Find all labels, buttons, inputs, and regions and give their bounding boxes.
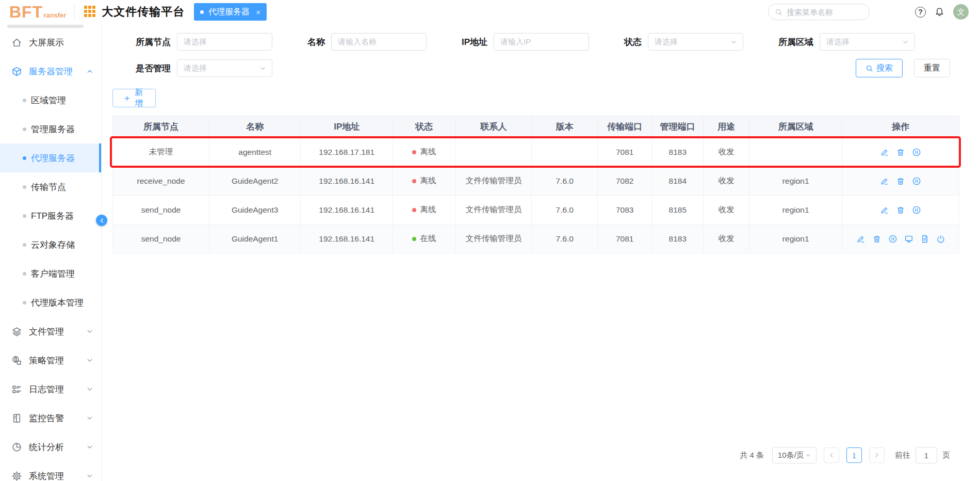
delete-icon[interactable] bbox=[896, 148, 905, 157]
reset-button-label: 重置 bbox=[924, 63, 940, 74]
filter-input[interactable]: 请输入名称 bbox=[331, 33, 427, 51]
table-row-3[interactable]: send_nodeGuideAgent1192.168.16.141在线文件传输… bbox=[113, 225, 959, 253]
pause-icon[interactable] bbox=[888, 234, 897, 244]
sidebar-item-label: 系统管理 bbox=[29, 470, 86, 481]
filter-select[interactable]: 请选择 bbox=[820, 33, 915, 51]
help-icon[interactable]: ? bbox=[915, 7, 926, 18]
sidebar-item-15[interactable]: 系统管理 bbox=[0, 461, 101, 481]
sidebar-collapse-button[interactable] bbox=[96, 215, 107, 226]
main-content: 所属节点请选择名称请输入名称IP地址请输入IP状态请选择所属区域请选择 是否管理… bbox=[102, 24, 980, 481]
sidebar-item-1[interactable]: 服务器管理 bbox=[0, 57, 101, 86]
logo-text: BFT bbox=[9, 4, 43, 20]
page-title: 大文件传输平台 bbox=[102, 4, 185, 20]
cell-tport: 7081 bbox=[598, 225, 652, 253]
sidebar-scrollbar[interactable] bbox=[7, 25, 84, 28]
status-text: 离线 bbox=[420, 147, 436, 157]
chevron-down-icon bbox=[805, 452, 812, 459]
edit-icon[interactable] bbox=[880, 177, 889, 186]
table-row-1[interactable]: receive_nodeGuideAgent2192.168.16.141离线文… bbox=[113, 167, 959, 196]
reset-button[interactable]: 重置 bbox=[914, 59, 950, 77]
page-size-select[interactable]: 10条/页 bbox=[772, 447, 816, 463]
sidebar-item-sub-4[interactable]: 代理服务器 bbox=[0, 143, 101, 172]
sidebar-item-sub-6[interactable]: FTP服务器 bbox=[0, 201, 101, 230]
chevron-down-icon bbox=[86, 472, 94, 480]
sidebar-item-label: 云对象存储 bbox=[31, 239, 94, 251]
tab-close-icon[interactable]: × bbox=[256, 8, 260, 17]
sidebar-item-sub-8[interactable]: 客户端管理 bbox=[0, 259, 101, 288]
delete-icon[interactable] bbox=[896, 177, 905, 186]
add-button-label: 新增 bbox=[135, 87, 146, 109]
menu-search-box[interactable] bbox=[768, 4, 870, 20]
bell-icon[interactable] bbox=[934, 7, 945, 18]
placeholder-text: 请输入IP bbox=[500, 37, 583, 47]
sidebar-item-sub-5[interactable]: 传输节点 bbox=[0, 172, 101, 201]
goto-page-input[interactable] bbox=[916, 447, 937, 463]
pause-icon[interactable] bbox=[912, 205, 921, 215]
sidebar-item-sub-9[interactable]: 代理版本管理 bbox=[0, 288, 101, 317]
cell-contact: 文件传输管理员 bbox=[455, 225, 532, 253]
chevron-down-icon bbox=[86, 414, 94, 422]
sidebar-item-14[interactable]: 统计分析 bbox=[0, 432, 101, 461]
table-row-0[interactable]: 未管理agenttest192.168.17.181离线70818183收发 bbox=[113, 138, 959, 167]
sidebar-item-11[interactable]: 策略管理 bbox=[0, 346, 101, 375]
cell-region: region1 bbox=[749, 167, 842, 196]
edit-icon[interactable] bbox=[856, 234, 865, 244]
sidebar-item-12[interactable]: 日志管理 bbox=[0, 375, 101, 404]
user-avatar[interactable]: 文 bbox=[953, 4, 969, 20]
page-number-1[interactable]: 1 bbox=[846, 447, 862, 463]
delete-icon[interactable] bbox=[872, 234, 881, 244]
cell-contact: 文件传输管理员 bbox=[455, 196, 532, 225]
cell-actions bbox=[842, 196, 959, 225]
pause-icon[interactable] bbox=[912, 177, 921, 186]
gear-icon bbox=[11, 471, 22, 481]
sidebar-item-0[interactable]: 大屏展示 bbox=[0, 28, 101, 57]
menu-search-input[interactable] bbox=[787, 8, 864, 17]
delete-icon[interactable] bbox=[896, 205, 905, 215]
sidebar-item-sub-3[interactable]: 管理服务器 bbox=[0, 115, 101, 143]
power-icon[interactable] bbox=[936, 234, 945, 244]
sidebar-item-label: 日志管理 bbox=[29, 383, 86, 395]
page-unit-label: 页 bbox=[942, 451, 950, 460]
cell-node: 未管理 bbox=[113, 138, 209, 167]
placeholder-text: 请选择 bbox=[826, 37, 902, 47]
sidebar-item-label: 代理服务器 bbox=[31, 152, 92, 164]
cell-usage: 收发 bbox=[704, 138, 749, 167]
edit-icon[interactable] bbox=[880, 148, 889, 157]
document-icon[interactable] bbox=[920, 234, 929, 244]
cell-region: region1 bbox=[749, 225, 842, 253]
column-header-tport: 传输端口 bbox=[598, 116, 652, 138]
sidebar-item-10[interactable]: 文件管理 bbox=[0, 317, 101, 346]
app-logo[interactable]: BFTransfer bbox=[9, 4, 66, 20]
search-button[interactable]: 搜索 bbox=[856, 59, 903, 77]
sidebar-item-label: 监控告警 bbox=[29, 412, 86, 424]
sidebar-item-13[interactable]: 监控告警 bbox=[0, 404, 101, 432]
tab-proxy-server[interactable]: 代理服务器 × bbox=[194, 3, 267, 21]
next-page-button[interactable] bbox=[869, 447, 885, 463]
status-dot-icon bbox=[412, 150, 416, 154]
cell-node: send_node bbox=[113, 196, 209, 225]
filter-field-是否管理: 是否管理请选择 bbox=[136, 59, 272, 77]
cell-name: GuideAgent1 bbox=[209, 225, 301, 253]
cell-actions bbox=[842, 167, 959, 196]
filter-field-名称: 名称请输入名称 bbox=[307, 33, 427, 51]
prev-page-button[interactable] bbox=[824, 447, 839, 463]
pause-icon[interactable] bbox=[912, 148, 921, 157]
filter-input[interactable]: 请输入IP bbox=[494, 33, 589, 51]
status-text: 在线 bbox=[420, 233, 436, 244]
sidebar-item-sub-7[interactable]: 云对象存储 bbox=[0, 230, 101, 259]
filter-row-2: 是否管理请选择 搜索 重置 bbox=[112, 59, 959, 77]
cell-name: GuideAgent2 bbox=[209, 167, 301, 196]
cell-name: GuideAgent3 bbox=[209, 196, 301, 225]
status-dot-icon bbox=[412, 179, 416, 183]
edit-icon[interactable] bbox=[880, 205, 889, 215]
header-divider bbox=[74, 5, 75, 19]
filter-select[interactable]: 请选择 bbox=[648, 33, 743, 51]
table-row-2[interactable]: send_nodeGuideAgent3192.168.16.141离线文件传输… bbox=[113, 196, 959, 225]
sidebar-item-sub-2[interactable]: 区域管理 bbox=[0, 86, 101, 115]
screen-icon[interactable] bbox=[904, 234, 913, 244]
filter-select[interactable]: 请选择 bbox=[177, 59, 272, 77]
bullet-dot-icon bbox=[23, 243, 26, 247]
chevron-up-icon bbox=[86, 67, 94, 75]
add-button[interactable]: ＋ 新增 bbox=[112, 89, 156, 107]
filter-input[interactable]: 请选择 bbox=[177, 33, 272, 51]
